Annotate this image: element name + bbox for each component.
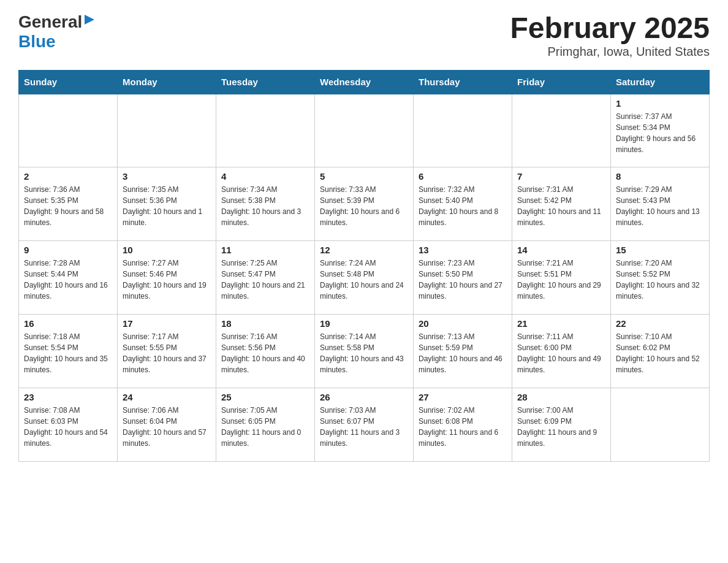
col-friday: Friday — [512, 70, 611, 94]
day-number: 23 — [24, 392, 112, 402]
sunset-text: Sunset: 6:09 PM — [517, 416, 605, 427]
sunset-text: Sunset: 6:04 PM — [123, 416, 211, 427]
table-row: 20Sunrise: 7:13 AMSunset: 5:59 PMDayligh… — [414, 315, 512, 388]
daylight-text: Daylight: 10 hours and 1 minute. — [123, 206, 211, 228]
day-number: 4 — [221, 171, 309, 182]
daylight-text: Daylight: 10 hours and 6 minutes. — [320, 206, 408, 228]
daylight-text: Daylight: 10 hours and 13 minutes. — [616, 206, 704, 228]
day-info: Sunrise: 7:27 AMSunset: 5:46 PMDaylight:… — [123, 258, 211, 302]
daylight-text: Daylight: 10 hours and 21 minutes. — [221, 280, 309, 302]
day-info: Sunrise: 7:18 AMSunset: 5:54 PMDaylight:… — [24, 331, 112, 375]
day-info: Sunrise: 7:17 AMSunset: 5:55 PMDaylight:… — [123, 331, 211, 375]
daylight-text: Daylight: 10 hours and 37 minutes. — [123, 353, 211, 375]
daylight-text: Daylight: 9 hours and 58 minutes. — [24, 206, 112, 228]
day-info: Sunrise: 7:16 AMSunset: 5:56 PMDaylight:… — [221, 331, 309, 375]
day-info: Sunrise: 7:36 AMSunset: 5:35 PMDaylight:… — [24, 184, 112, 228]
day-number: 12 — [320, 245, 408, 255]
sunrise-text: Sunrise: 7:37 AM — [616, 111, 704, 122]
sunset-text: Sunset: 5:51 PM — [517, 269, 605, 280]
table-row: 21Sunrise: 7:11 AMSunset: 6:00 PMDayligh… — [512, 315, 611, 388]
page-subtitle: Primghar, Iowa, United States — [510, 45, 710, 59]
sunrise-text: Sunrise: 7:31 AM — [517, 184, 605, 195]
sunrise-text: Sunrise: 7:03 AM — [320, 405, 408, 416]
table-row: 16Sunrise: 7:18 AMSunset: 5:54 PMDayligh… — [19, 315, 118, 388]
col-saturday: Saturday — [611, 70, 710, 94]
sunset-text: Sunset: 5:58 PM — [320, 342, 408, 353]
sunrise-text: Sunrise: 7:16 AM — [221, 331, 309, 342]
sunset-text: Sunset: 5:46 PM — [123, 269, 211, 280]
table-row: 2Sunrise: 7:36 AMSunset: 5:35 PMDaylight… — [19, 167, 118, 241]
sunset-text: Sunset: 5:42 PM — [517, 195, 605, 206]
day-info: Sunrise: 7:24 AMSunset: 5:48 PMDaylight:… — [320, 258, 408, 302]
sunrise-text: Sunrise: 7:10 AM — [616, 331, 704, 342]
day-number: 15 — [616, 245, 704, 255]
sunrise-text: Sunrise: 7:32 AM — [419, 184, 507, 195]
title-section: February 2025 Primghar, Iowa, United Sta… — [510, 12, 710, 59]
day-info: Sunrise: 7:06 AMSunset: 6:04 PMDaylight:… — [123, 405, 211, 449]
table-row — [414, 94, 512, 167]
table-row: 4Sunrise: 7:34 AMSunset: 5:38 PMDaylight… — [216, 167, 315, 241]
sunrise-text: Sunrise: 7:11 AM — [517, 331, 605, 342]
table-row: 10Sunrise: 7:27 AMSunset: 5:46 PMDayligh… — [118, 241, 216, 315]
table-row: 1Sunrise: 7:37 AMSunset: 5:34 PMDaylight… — [611, 94, 710, 167]
day-info: Sunrise: 7:32 AMSunset: 5:40 PMDaylight:… — [419, 184, 507, 228]
col-wednesday: Wednesday — [315, 70, 414, 94]
day-number: 14 — [517, 245, 605, 255]
day-number: 24 — [123, 392, 211, 402]
day-number: 9 — [24, 245, 112, 255]
day-info: Sunrise: 7:14 AMSunset: 5:58 PMDaylight:… — [320, 331, 408, 375]
sunrise-text: Sunrise: 7:21 AM — [517, 258, 605, 269]
sunrise-text: Sunrise: 7:05 AM — [221, 405, 309, 416]
day-number: 6 — [419, 171, 507, 182]
day-info: Sunrise: 7:20 AMSunset: 5:52 PMDaylight:… — [616, 258, 704, 302]
table-row: 25Sunrise: 7:05 AMSunset: 6:05 PMDayligh… — [216, 388, 315, 462]
table-row: 8Sunrise: 7:29 AMSunset: 5:43 PMDaylight… — [611, 167, 710, 241]
day-number: 5 — [320, 171, 408, 182]
sunset-text: Sunset: 5:48 PM — [320, 269, 408, 280]
calendar-week-row: 1Sunrise: 7:37 AMSunset: 5:34 PMDaylight… — [19, 94, 710, 167]
svg-marker-0 — [85, 15, 94, 25]
day-info: Sunrise: 7:21 AMSunset: 5:51 PMDaylight:… — [517, 258, 605, 302]
day-number: 28 — [517, 392, 605, 402]
calendar-table: Sunday Monday Tuesday Wednesday Thursday… — [18, 70, 710, 462]
day-info: Sunrise: 7:00 AMSunset: 6:09 PMDaylight:… — [517, 405, 605, 449]
sunset-text: Sunset: 5:43 PM — [616, 195, 704, 206]
table-row: 17Sunrise: 7:17 AMSunset: 5:55 PMDayligh… — [118, 315, 216, 388]
table-row: 5Sunrise: 7:33 AMSunset: 5:39 PMDaylight… — [315, 167, 414, 241]
table-row: 11Sunrise: 7:25 AMSunset: 5:47 PMDayligh… — [216, 241, 315, 315]
daylight-text: Daylight: 10 hours and 27 minutes. — [419, 280, 507, 302]
daylight-text: Daylight: 10 hours and 35 minutes. — [24, 353, 112, 375]
sunset-text: Sunset: 5:36 PM — [123, 195, 211, 206]
daylight-text: Daylight: 10 hours and 11 minutes. — [517, 206, 605, 228]
table-row: 3Sunrise: 7:35 AMSunset: 5:36 PMDaylight… — [118, 167, 216, 241]
daylight-text: Daylight: 10 hours and 3 minutes. — [221, 206, 309, 228]
table-row: 14Sunrise: 7:21 AMSunset: 5:51 PMDayligh… — [512, 241, 611, 315]
day-info: Sunrise: 7:35 AMSunset: 5:36 PMDaylight:… — [123, 184, 211, 228]
daylight-text: Daylight: 10 hours and 54 minutes. — [24, 427, 112, 449]
sunset-text: Sunset: 5:56 PM — [221, 342, 309, 353]
table-row — [216, 94, 315, 167]
logo-blue-text: Blue — [18, 32, 56, 51]
sunset-text: Sunset: 5:40 PM — [419, 195, 507, 206]
day-info: Sunrise: 7:03 AMSunset: 6:07 PMDaylight:… — [320, 405, 408, 449]
day-info: Sunrise: 7:10 AMSunset: 6:02 PMDaylight:… — [616, 331, 704, 375]
table-row — [19, 94, 118, 167]
sunrise-text: Sunrise: 7:18 AM — [24, 331, 112, 342]
sunset-text: Sunset: 6:07 PM — [320, 416, 408, 427]
sunset-text: Sunset: 6:05 PM — [221, 416, 309, 427]
day-info: Sunrise: 7:28 AMSunset: 5:44 PMDaylight:… — [24, 258, 112, 302]
sunset-text: Sunset: 5:35 PM — [24, 195, 112, 206]
sunset-text: Sunset: 5:50 PM — [419, 269, 507, 280]
daylight-text: Daylight: 11 hours and 6 minutes. — [419, 427, 507, 449]
table-row: 28Sunrise: 7:00 AMSunset: 6:09 PMDayligh… — [512, 388, 611, 462]
sunrise-text: Sunrise: 7:25 AM — [221, 258, 309, 269]
daylight-text: Daylight: 10 hours and 40 minutes. — [221, 353, 309, 375]
day-info: Sunrise: 7:11 AMSunset: 6:00 PMDaylight:… — [517, 331, 605, 375]
daylight-text: Daylight: 10 hours and 32 minutes. — [616, 280, 704, 302]
day-number: 8 — [616, 171, 704, 182]
daylight-text: Daylight: 10 hours and 19 minutes. — [123, 280, 211, 302]
col-monday: Monday — [118, 70, 216, 94]
day-info: Sunrise: 7:13 AMSunset: 5:59 PMDaylight:… — [419, 331, 507, 375]
day-number: 7 — [517, 171, 605, 182]
sunrise-text: Sunrise: 7:02 AM — [419, 405, 507, 416]
